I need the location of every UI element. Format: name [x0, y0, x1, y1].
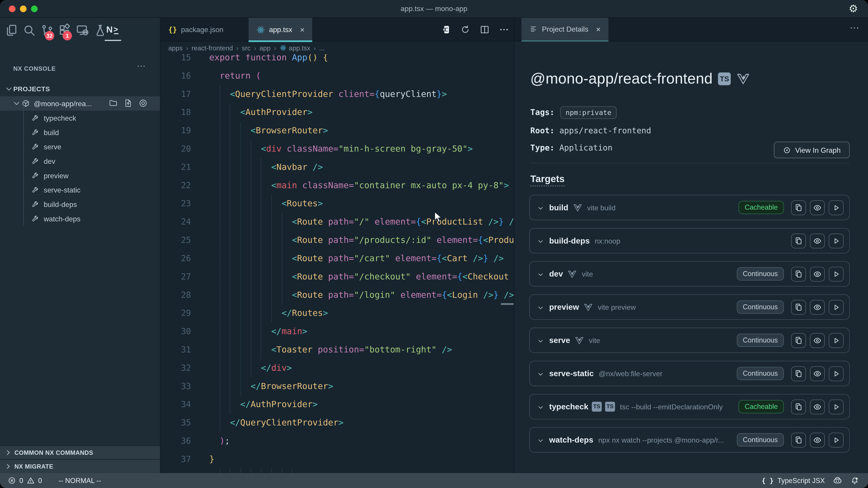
code-text: return (	[191, 67, 514, 85]
tab-project-details[interactable]: Project Details ×	[522, 18, 608, 41]
view-task-button[interactable]	[810, 266, 825, 281]
target-label: preview	[43, 171, 68, 180]
line-number: 38	[160, 468, 191, 473]
sidebar-more-icon[interactable]: ···	[137, 61, 146, 71]
breadcrumb-item-app-tsx[interactable]: app.tsx	[279, 44, 310, 52]
folder-icon[interactable]	[108, 98, 118, 108]
tree-item-build[interactable]: build	[0, 125, 160, 139]
copy-task-button[interactable]	[791, 233, 806, 248]
tree-item-dev[interactable]: dev	[0, 154, 160, 168]
more-actions-icon[interactable]	[499, 24, 509, 35]
breadcrumb-separator: ›	[254, 44, 256, 52]
indent-guide	[261, 268, 261, 286]
tree-root-projects[interactable]: PROJECTS	[0, 82, 160, 96]
indent-guide	[250, 250, 251, 268]
chevron-down-icon[interactable]	[537, 270, 544, 278]
section-label: COMMON NX COMMANDS	[14, 449, 93, 456]
run-task-button[interactable]	[829, 366, 844, 381]
copy-task-button[interactable]	[791, 366, 806, 381]
tree-item-typecheck[interactable]: typecheck	[0, 111, 160, 125]
indent-guide	[230, 468, 230, 473]
target-card-serve-static: serve-static @nx/web:file-server Continu…	[529, 361, 850, 386]
target-card-dev: dev vite Continuous	[529, 261, 850, 287]
view-task-button[interactable]	[810, 300, 825, 315]
indent-guide	[250, 341, 251, 359]
project-name: @mono-app/rea...	[34, 99, 92, 108]
breadcrumb-item-src[interactable]: src	[242, 44, 251, 52]
view-task-button[interactable]	[810, 200, 825, 215]
run-task-button[interactable]	[829, 200, 844, 215]
open-project-details-icon[interactable]	[440, 24, 451, 35]
copy-task-button[interactable]	[791, 200, 806, 215]
view-task-button[interactable]	[810, 432, 825, 447]
run-task-button[interactable]	[829, 399, 844, 414]
chevron-down-icon	[12, 99, 21, 108]
close-tab-icon[interactable]: ×	[300, 25, 305, 34]
search-icon[interactable]	[22, 23, 37, 38]
tree-item-serve[interactable]: serve	[0, 139, 160, 154]
explorer-icon[interactable]	[4, 23, 19, 38]
run-task-button[interactable]	[829, 266, 844, 281]
view-task-button[interactable]	[810, 366, 825, 381]
tab-package-json[interactable]: {} package.json	[160, 18, 231, 41]
breadcrumb-item-react-frontend[interactable]: react-frontend	[191, 44, 233, 52]
code-line-18: 18 <AuthProvider>	[160, 103, 514, 122]
breadcrumb-item-apps[interactable]: apps	[168, 44, 183, 52]
settings-gear-icon[interactable]: ⚙	[848, 2, 858, 15]
copy-task-button[interactable]	[791, 266, 806, 281]
chevron-down-icon[interactable]	[537, 204, 544, 211]
view-task-button[interactable]	[810, 333, 825, 348]
chevron-down-icon[interactable]	[537, 436, 544, 444]
indent-guide	[219, 359, 220, 377]
chevron-down-icon[interactable]	[537, 337, 544, 344]
code-area[interactable]: 15export function App() {16 return (17 <…	[160, 54, 514, 473]
breadcrumb-item----[interactable]: ...	[319, 44, 325, 52]
run-task-button[interactable]	[829, 300, 844, 315]
chevron-down-icon[interactable]	[537, 303, 544, 311]
code-text: <Routes>	[191, 195, 514, 213]
close-tab-icon[interactable]: ×	[596, 25, 600, 33]
chevron-down-icon[interactable]	[537, 403, 544, 410]
tree-item-build-deps[interactable]: build-deps	[0, 197, 160, 212]
reveal-file-icon[interactable]	[123, 98, 133, 108]
panel-more-icon[interactable]: ···	[850, 22, 859, 33]
tree-item-serve-static[interactable]: serve-static	[0, 183, 160, 197]
line-number: 37	[160, 450, 191, 468]
copy-task-button[interactable]	[791, 300, 806, 315]
vite-icon	[567, 269, 577, 279]
graph-target-icon[interactable]	[138, 98, 148, 108]
view-task-button[interactable]	[810, 233, 825, 248]
sidebar-section-common-nx-commands[interactable]: COMMON NX COMMANDS	[0, 445, 160, 459]
remote-explorer-icon[interactable]	[75, 23, 90, 38]
run-task-button[interactable]	[829, 432, 844, 447]
notifications-bell-icon[interactable]	[850, 476, 859, 485]
tree-item-watch-deps[interactable]: watch-deps	[0, 212, 160, 226]
problems-status[interactable]: 0 0 -- NORMAL --	[0, 477, 101, 485]
target-name: build	[549, 203, 568, 212]
indent-guide	[230, 140, 230, 158]
copilot-icon[interactable]	[833, 476, 842, 486]
line-number: 34	[160, 396, 191, 414]
tab-app-tsx[interactable]: app.tsx ×	[249, 18, 312, 41]
chevron-down-icon[interactable]	[537, 237, 544, 244]
tree-item-project[interactable]: @mono-app/rea...	[0, 96, 160, 111]
nx-console-icon[interactable]: N>	[106, 23, 121, 37]
run-task-button[interactable]	[829, 233, 844, 248]
editor-group: {} package.json app.tsx × apps›react-fro…	[160, 18, 514, 473]
view-in-graph-button[interactable]: View In Graph	[774, 142, 850, 158]
copy-task-button[interactable]	[791, 399, 806, 414]
testing-icon[interactable]	[93, 23, 107, 38]
chevron-down-icon[interactable]	[537, 370, 544, 377]
view-task-button[interactable]	[810, 399, 825, 414]
line-number: 20	[160, 140, 191, 158]
refresh-icon[interactable]	[460, 24, 471, 35]
run-task-button[interactable]	[829, 333, 844, 348]
tree-item-preview[interactable]: preview	[0, 168, 160, 183]
indent-guide	[230, 231, 230, 250]
breadcrumb-item-app[interactable]: app	[259, 44, 271, 52]
sidebar-section-nx-migrate[interactable]: NX MIGRATE	[0, 459, 160, 473]
copy-task-button[interactable]	[791, 333, 806, 348]
language-mode[interactable]: { } TypeScript JSX	[762, 477, 825, 484]
copy-task-button[interactable]	[791, 432, 806, 447]
split-editor-icon[interactable]	[479, 24, 490, 35]
